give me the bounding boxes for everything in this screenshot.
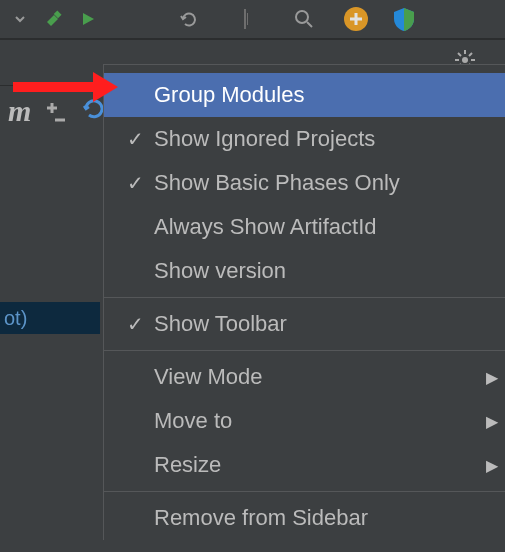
- check-icon: ✓: [116, 312, 154, 336]
- menu-item-label: Always Show ArtifactId: [154, 214, 505, 240]
- menu-remove-from-sidebar[interactable]: Remove from Sidebar: [104, 496, 505, 540]
- submenu-arrow-icon: ▶: [477, 368, 505, 387]
- svg-line-11: [458, 53, 461, 56]
- context-menu: Group Modules ✓ Show Ignored Projects ✓ …: [103, 64, 505, 540]
- menu-item-label: Remove from Sidebar: [154, 505, 505, 531]
- svg-point-3: [296, 11, 308, 23]
- svg-rect-1: [244, 9, 246, 29]
- shield-icon[interactable]: [390, 5, 418, 33]
- submenu-arrow-icon: ▶: [477, 456, 505, 475]
- tree-item-label: ot): [4, 307, 27, 330]
- menu-move-to[interactable]: Move to ▶: [104, 399, 505, 443]
- menu-resize[interactable]: Resize ▶: [104, 443, 505, 487]
- submenu-arrow-icon: ▶: [477, 412, 505, 431]
- dropdown-icon[interactable]: [6, 5, 34, 33]
- menu-show-version[interactable]: Show version: [104, 249, 505, 293]
- menu-separator: [104, 297, 505, 298]
- run-icon[interactable]: [74, 5, 102, 33]
- check-icon: ✓: [116, 171, 154, 195]
- menu-group-modules[interactable]: Group Modules: [104, 73, 505, 117]
- svg-line-4: [307, 22, 312, 27]
- undo-icon[interactable]: [174, 5, 202, 33]
- svg-rect-2: [247, 13, 248, 25]
- menu-always-show-artifactid[interactable]: Always Show ArtifactId: [104, 205, 505, 249]
- menu-item-label: Resize: [154, 452, 477, 478]
- menu-separator: [104, 350, 505, 351]
- menu-item-label: Show Ignored Projects: [154, 126, 505, 152]
- menu-show-ignored-projects[interactable]: ✓ Show Ignored Projects: [104, 117, 505, 161]
- divider-icon: [232, 5, 260, 33]
- menu-item-label: Group Modules: [154, 82, 505, 108]
- menu-item-label: Move to: [154, 408, 477, 434]
- maven-m-icon: m: [8, 94, 31, 128]
- search-icon[interactable]: [290, 5, 318, 33]
- menu-item-label: Show version: [154, 258, 505, 284]
- svg-point-6: [462, 57, 468, 63]
- main-toolbar: [0, 0, 505, 38]
- menu-show-basic-phases[interactable]: ✓ Show Basic Phases Only: [104, 161, 505, 205]
- menu-show-toolbar[interactable]: ✓ Show Toolbar: [104, 302, 505, 346]
- svg-line-14: [469, 53, 472, 56]
- expand-collapse-icon[interactable]: [43, 100, 65, 122]
- tree-selected-item[interactable]: ot): [0, 302, 100, 334]
- menu-item-label: Show Toolbar: [154, 311, 505, 337]
- menu-item-label: Show Basic Phases Only: [154, 170, 505, 196]
- menu-view-mode[interactable]: View Mode ▶: [104, 355, 505, 399]
- check-icon: ✓: [116, 127, 154, 151]
- menu-item-label: View Mode: [154, 364, 477, 390]
- menu-separator: [104, 491, 505, 492]
- hammer-icon[interactable]: [40, 5, 68, 33]
- add-icon[interactable]: [342, 5, 370, 33]
